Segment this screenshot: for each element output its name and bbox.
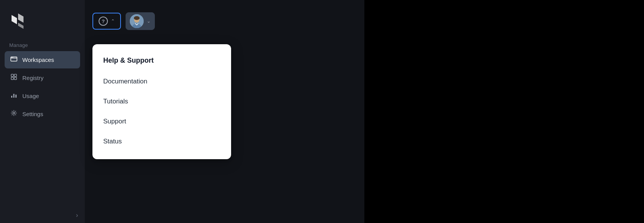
svg-rect-8: [14, 77, 17, 80]
folder-icon: [10, 55, 18, 65]
help-icon: ?: [99, 17, 108, 26]
usage-label: Usage: [22, 93, 39, 99]
avatar: [130, 14, 144, 28]
black-area: [364, 0, 644, 223]
chevron-down-icon: ⌄: [147, 18, 151, 24]
user-button[interactable]: ⌄: [126, 12, 155, 30]
svg-rect-9: [11, 96, 12, 98]
registry-icon: [10, 73, 18, 83]
svg-marker-0: [12, 15, 17, 24]
sidebar-item-settings[interactable]: Settings: [5, 105, 80, 123]
svg-rect-6: [14, 74, 17, 77]
help-button[interactable]: ? ⌃: [92, 13, 121, 30]
menu-item-documentation[interactable]: Documentation: [92, 72, 231, 92]
sidebar-nav: Workspaces Registry: [0, 51, 85, 123]
main-area: ? ⌃ ⌄ Help: [85, 0, 364, 223]
settings-label: Settings: [22, 111, 43, 117]
sidebar-item-usage[interactable]: Usage: [5, 87, 80, 105]
menu-item-tutorials[interactable]: Tutorials: [92, 92, 231, 112]
workspaces-label: Workspaces: [22, 57, 54, 63]
svg-rect-5: [11, 74, 13, 77]
registry-label: Registry: [22, 75, 44, 81]
sidebar: Manage Workspaces: [0, 0, 85, 223]
sidebar-header: [0, 0, 85, 42]
svg-rect-7: [11, 77, 13, 80]
sidebar-section-label: Manage: [0, 42, 85, 48]
topbar: ? ⌃ ⌄ Help: [85, 0, 364, 42]
sidebar-bottom: ›: [0, 200, 85, 223]
svg-marker-2: [18, 23, 23, 29]
svg-point-15: [134, 16, 140, 20]
svg-rect-10: [13, 94, 15, 98]
svg-marker-1: [18, 13, 23, 23]
menu-item-support[interactable]: Support: [92, 112, 231, 131]
app-logo: [9, 11, 29, 31]
svg-rect-11: [15, 95, 17, 98]
chart-icon: [10, 91, 18, 101]
sidebar-item-registry[interactable]: Registry: [5, 69, 80, 87]
chevron-up-icon: ⌃: [111, 18, 115, 24]
svg-point-12: [13, 112, 15, 114]
sidebar-item-workspaces[interactable]: Workspaces: [5, 51, 80, 68]
help-dropdown-menu: Help & Support Documentation Tutorials S…: [92, 44, 231, 159]
help-menu-title: Help & Support: [92, 52, 231, 72]
menu-item-status[interactable]: Status: [92, 131, 231, 151]
collapse-button[interactable]: ›: [69, 208, 85, 223]
gear-icon: [10, 109, 18, 119]
